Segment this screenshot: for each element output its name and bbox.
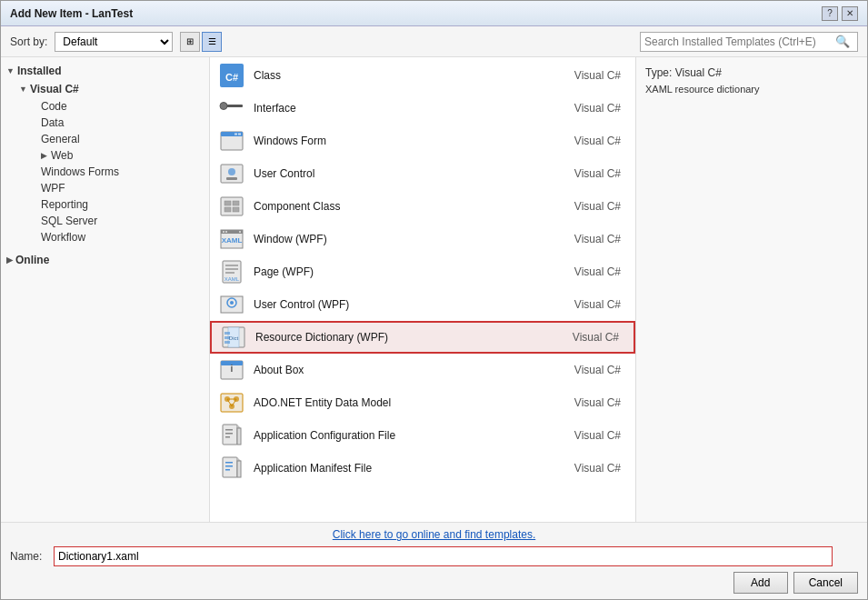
item-appconfig[interactable]: Application Configuration File Visual C# bbox=[210, 419, 635, 452]
sidebar-item-wpf[interactable]: WPF bbox=[1, 180, 209, 196]
cancel-button[interactable]: Cancel bbox=[793, 572, 858, 594]
svg-rect-55 bbox=[225, 462, 233, 464]
web-arrow: ▶ bbox=[41, 151, 47, 160]
view-grid-button[interactable]: ⊞ bbox=[180, 32, 200, 52]
installed-label: Installed bbox=[17, 65, 62, 77]
sidebar-item-workflow[interactable]: Workflow bbox=[1, 229, 209, 245]
installed-arrow: ▼ bbox=[6, 66, 15, 75]
sidebar-item-general[interactable]: General bbox=[1, 131, 209, 147]
item-aboutbox[interactable]: i About Box Visual C# bbox=[210, 354, 635, 386]
svg-rect-25 bbox=[225, 272, 234, 274]
data-label: Data bbox=[41, 116, 64, 129]
main-content: ▼ Installed ▼ Visual C# Code Data Genera… bbox=[1, 57, 867, 522]
right-panel: Type: Visual C# XAML resource dictionary bbox=[635, 57, 867, 522]
aboutbox-icon: i bbox=[217, 355, 246, 385]
windowwpf-type: Visual C# bbox=[555, 233, 628, 245]
description-text: XAML resource dictionary bbox=[645, 83, 858, 96]
windowwpf-name: Window (WPF) bbox=[254, 233, 555, 245]
componentclass-type: Visual C# bbox=[555, 200, 628, 213]
items-list: C# Class Visual C# Interface V bbox=[210, 57, 635, 486]
svg-rect-13 bbox=[233, 201, 239, 205]
svg-text:i: i bbox=[231, 364, 234, 374]
resourcedict-type: Visual C# bbox=[554, 331, 626, 344]
windowsform-type: Visual C# bbox=[555, 135, 628, 147]
svg-text:C#: C# bbox=[225, 72, 238, 83]
svg-marker-47 bbox=[237, 425, 241, 428]
close-button[interactable]: ✕ bbox=[842, 6, 858, 21]
online-link[interactable]: Click here to go online and find templat… bbox=[10, 528, 858, 541]
item-windowsform[interactable]: Windows Form Visual C# bbox=[210, 125, 635, 157]
pagewpf-type: Visual C# bbox=[555, 265, 628, 278]
svg-rect-20 bbox=[239, 231, 241, 233]
sidebar-online[interactable]: ▶ Online bbox=[1, 251, 209, 269]
sidebar-item-data[interactable]: Data bbox=[1, 115, 209, 131]
appconfig-icon bbox=[217, 421, 246, 450]
sidebar-item-windowsforms[interactable]: Windows Forms bbox=[1, 164, 209, 180]
svg-rect-10 bbox=[226, 177, 237, 180]
name-input[interactable] bbox=[54, 546, 833, 566]
item-componentclass[interactable]: Component Class Visual C# bbox=[210, 190, 635, 223]
help-button[interactable]: ? bbox=[822, 6, 838, 21]
pagewpf-icon: XAML bbox=[217, 257, 246, 286]
windowsform-name: Windows Form bbox=[254, 135, 555, 147]
sidebar-item-sqlserver[interactable]: SQL Server bbox=[1, 213, 209, 229]
item-adonet[interactable]: ADO.NET Entity Data Model Visual C# bbox=[210, 386, 635, 419]
item-usercontrolwpf[interactable]: User Control (WPF) Visual C# bbox=[210, 288, 635, 321]
appconfig-type: Visual C# bbox=[555, 429, 628, 442]
svg-rect-52 bbox=[223, 457, 237, 477]
add-button[interactable]: Add bbox=[733, 572, 788, 594]
resourcedict-name: Resource Dictionary (WPF) bbox=[255, 331, 554, 344]
search-input[interactable] bbox=[644, 35, 835, 48]
view-list-button[interactable]: ☰ bbox=[202, 32, 222, 52]
sort-dropdown[interactable]: Default bbox=[55, 32, 173, 52]
item-class[interactable]: C# Class Visual C# bbox=[210, 59, 635, 92]
item-interface[interactable]: Interface Visual C# bbox=[210, 92, 635, 125]
buttons-row: Add Cancel bbox=[10, 572, 858, 594]
search-box: 🔍 bbox=[640, 32, 858, 52]
svg-point-9 bbox=[228, 168, 235, 175]
componentclass-icon bbox=[217, 192, 246, 221]
bottom-bar: Click here to go online and find templat… bbox=[1, 522, 867, 599]
svg-rect-23 bbox=[225, 265, 238, 266]
usercontrolwpf-type: Visual C# bbox=[555, 298, 628, 311]
item-usercontrol[interactable]: User Control Visual C# bbox=[210, 157, 635, 190]
title-bar-text: Add New Item - LanTest bbox=[10, 7, 133, 20]
svg-rect-19 bbox=[225, 231, 227, 233]
sidebar-item-reporting[interactable]: Reporting bbox=[1, 196, 209, 213]
toolbar: Sort by: Default ⊞ ☰ 🔍 bbox=[1, 26, 867, 57]
svg-rect-15 bbox=[233, 207, 239, 212]
interface-name: Interface bbox=[254, 102, 555, 115]
appmanifest-icon bbox=[217, 454, 246, 483]
search-icon[interactable]: 🔍 bbox=[835, 35, 850, 48]
item-windowwpf[interactable]: XAML Window (WPF) Visual C# bbox=[210, 223, 635, 255]
svg-rect-7 bbox=[238, 133, 241, 135]
svg-rect-57 bbox=[225, 469, 230, 471]
reporting-label: Reporting bbox=[41, 198, 88, 211]
online-label: Online bbox=[15, 254, 49, 266]
online-arrow: ▶ bbox=[6, 255, 13, 265]
componentclass-name: Component Class bbox=[254, 200, 555, 213]
visualcs-label: Visual C# bbox=[30, 83, 79, 95]
items-panel: C# Class Visual C# Interface V bbox=[210, 57, 635, 522]
svg-point-29 bbox=[230, 301, 234, 305]
grid-icon: ⊞ bbox=[186, 36, 194, 46]
sidebar: ▼ Installed ▼ Visual C# Code Data Genera… bbox=[1, 57, 210, 522]
windowsform-icon bbox=[217, 126, 246, 155]
sidebar-visualcs[interactable]: ▼ Visual C# bbox=[1, 80, 209, 98]
item-appmanifest[interactable]: Application Manifest File Visual C# bbox=[210, 452, 635, 485]
sidebar-item-web[interactable]: ▶ Web bbox=[1, 147, 209, 164]
sidebar-item-code[interactable]: Code bbox=[1, 98, 209, 115]
item-pagewpf[interactable]: XAML Page (WPF) Visual C# bbox=[210, 255, 635, 288]
usercontrol-name: User Control bbox=[254, 167, 555, 180]
class-name: Class bbox=[254, 69, 555, 82]
sidebar-installed[interactable]: ▼ Installed bbox=[1, 62, 209, 80]
svg-rect-32 bbox=[224, 332, 230, 335]
appmanifest-type: Visual C# bbox=[555, 462, 628, 475]
svg-rect-12 bbox=[224, 201, 231, 205]
general-label: General bbox=[41, 133, 80, 145]
wpf-label: WPF bbox=[41, 182, 65, 195]
usercontrolwpf-name: User Control (WPF) bbox=[254, 298, 555, 311]
windowwpf-icon: XAML bbox=[217, 225, 246, 254]
svg-point-3 bbox=[220, 102, 227, 109]
item-resourcedict[interactable]: Dict Resource Dictionary (WPF) Visual C# bbox=[210, 321, 635, 354]
